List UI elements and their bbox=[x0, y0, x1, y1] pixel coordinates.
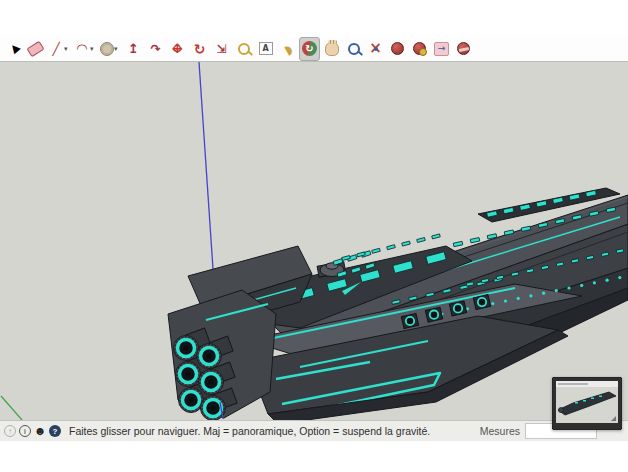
line-icon: ╱ bbox=[48, 41, 64, 57]
follow-me-icon: ↷ bbox=[148, 41, 164, 57]
zoom-extents-icon: × bbox=[368, 41, 384, 57]
status-message: Faites glisser pour naviguer. Maj = pano… bbox=[69, 425, 430, 437]
status-help-icon[interactable]: ? bbox=[49, 425, 61, 437]
arc-button[interactable]: ◠▾ bbox=[73, 37, 98, 61]
rotate-button[interactable]: ↻ bbox=[189, 37, 210, 61]
preview-thumbnail-image bbox=[552, 377, 622, 430]
extension-warehouse-button[interactable] bbox=[453, 37, 474, 61]
measurements-label: Mesures bbox=[480, 425, 520, 437]
arc-icon: ◠ bbox=[74, 41, 90, 57]
tape-measure-button[interactable] bbox=[233, 37, 254, 61]
zoom-button[interactable] bbox=[343, 37, 364, 61]
rotate-icon: ↻ bbox=[192, 41, 208, 57]
tape-measure-icon bbox=[238, 43, 250, 55]
shapes-button[interactable]: ▾ bbox=[99, 37, 122, 61]
pan-icon bbox=[325, 42, 339, 56]
follow-me-button[interactable]: ↷ bbox=[145, 37, 166, 61]
paint-bucket-button[interactable]: ◗ bbox=[277, 37, 298, 61]
share-model-icon: → bbox=[434, 42, 449, 56]
shapes-dropdown-caret[interactable]: ▾ bbox=[114, 45, 121, 53]
text-icon: A bbox=[259, 42, 273, 55]
get-models-icon bbox=[413, 42, 426, 55]
preview-thumbnail-window[interactable] bbox=[552, 377, 622, 430]
bottom-margin bbox=[0, 441, 628, 472]
move-button[interactable] bbox=[167, 37, 188, 61]
get-models-button[interactable] bbox=[409, 37, 430, 61]
extension-warehouse-icon bbox=[457, 42, 470, 55]
status-icons: ↑i☻? bbox=[4, 425, 61, 437]
toolbar: ▶╱▾◠▾▾↥↷↻⇲A◗↻×→ bbox=[0, 36, 628, 62]
status-info-icon[interactable]: i bbox=[19, 425, 31, 437]
arc-dropdown-caret[interactable]: ▾ bbox=[90, 45, 97, 53]
zoom-extents-button[interactable]: × bbox=[365, 37, 386, 61]
3d-warehouse-button[interactable] bbox=[387, 37, 408, 61]
select-button[interactable]: ▶ bbox=[3, 37, 24, 61]
status-user-icon[interactable]: ☻ bbox=[34, 425, 46, 437]
scale-icon: ⇲ bbox=[214, 41, 230, 57]
shapes-icon bbox=[100, 42, 114, 56]
pan-button[interactable] bbox=[321, 37, 342, 61]
zoom-icon bbox=[348, 43, 360, 55]
status-nav-icon[interactable]: ↑ bbox=[4, 425, 16, 437]
line-button[interactable]: ╱▾ bbox=[47, 37, 72, 61]
model-canvas bbox=[0, 62, 628, 420]
eraser-icon bbox=[26, 40, 44, 56]
orbit-button[interactable]: ↻ bbox=[299, 37, 320, 61]
viewport[interactable] bbox=[0, 62, 628, 420]
paint-bucket-icon: ◗ bbox=[277, 38, 299, 60]
sketchup-window: ▶╱▾◠▾▾↥↷↻⇲A◗↻×→ bbox=[0, 0, 628, 472]
scale-button[interactable]: ⇲ bbox=[211, 37, 232, 61]
select-icon: ▶ bbox=[2, 37, 25, 60]
share-model-button[interactable]: → bbox=[431, 37, 452, 61]
eraser-button[interactable] bbox=[25, 37, 46, 61]
push-pull-icon: ↥ bbox=[126, 41, 142, 57]
push-pull-button[interactable]: ↥ bbox=[123, 37, 144, 61]
line-dropdown-caret[interactable]: ▾ bbox=[64, 45, 71, 53]
titlebar bbox=[0, 0, 628, 36]
move-icon bbox=[170, 41, 186, 57]
text-button[interactable]: A bbox=[255, 37, 276, 61]
3d-warehouse-icon bbox=[391, 42, 404, 55]
orbit-icon: ↻ bbox=[302, 41, 317, 56]
